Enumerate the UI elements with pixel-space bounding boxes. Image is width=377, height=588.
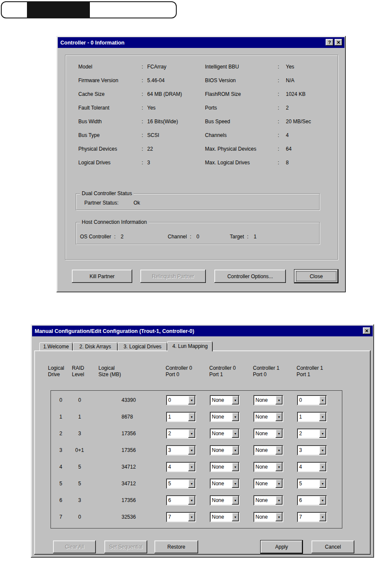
tab-4-lun-mapping[interactable]: 4. Lun Mapping [167,341,213,351]
dropdown-button[interactable]: ▼ [232,396,239,404]
lun-select[interactable]: 0▼ [297,395,327,405]
dropdown-button[interactable]: ▼ [232,463,239,471]
dropdown-button[interactable]: ▼ [232,429,239,438]
dropdown-button[interactable]: ▼ [276,396,282,404]
dropdown-button[interactable]: ▼ [319,429,326,438]
dropdown-button[interactable]: ▼ [276,513,282,521]
chevron-down-icon: ▼ [321,499,324,502]
dropdown-button[interactable]: ▼ [232,496,239,505]
lun-select[interactable]: None▼ [210,495,240,505]
lun-select[interactable]: None▼ [210,395,240,405]
lun-select[interactable]: 2▼ [166,428,196,439]
lun-select[interactable]: None▼ [210,445,240,455]
lun-select[interactable]: None▼ [210,512,240,522]
tab-3-logical-drives[interactable]: 3. Logical Drives [118,342,167,350]
dropdown-button[interactable]: ▼ [276,496,282,505]
cancel-button[interactable]: Cancel [312,540,354,553]
dropdown-button[interactable]: ▼ [319,463,326,471]
dropdown-button[interactable]: ▼ [188,496,195,505]
dropdown-button[interactable]: ▼ [276,463,282,471]
dropdown-button[interactable]: ▼ [232,446,239,454]
lun-select[interactable]: None▼ [253,462,283,472]
lun-select[interactable]: None▼ [210,412,240,422]
chevron-down-icon: ▼ [234,416,237,419]
lun-select[interactable]: None▼ [210,428,240,439]
field-value: Yes [147,105,156,111]
info-field-row: Fault Tolerant:Yes [78,101,182,115]
dropdown-button[interactable]: ▼ [276,413,282,421]
lun-select-value: 3 [299,447,302,453]
dropdown-button[interactable]: ▼ [232,413,239,421]
restore-button[interactable]: Restore [154,540,198,553]
dropdown-button[interactable]: ▼ [232,513,239,521]
lun-select[interactable]: 3▼ [166,445,196,455]
dropdown-button[interactable]: ▼ [232,479,239,488]
lun-select[interactable]: None▼ [253,445,283,455]
manual-configuration-titlebar[interactable]: Manual Configuration/Edit Configuration … [32,326,373,336]
dropdown-button[interactable]: ▼ [188,463,195,471]
dropdown-button[interactable]: ▼ [319,496,326,505]
field-colon: : [142,119,145,125]
dropdown-button[interactable]: ▼ [319,446,326,454]
host-channel: Channel:0 [168,234,199,240]
dropdown-button[interactable]: ▼ [319,396,326,404]
dropdown-button[interactable]: ▼ [188,479,195,488]
dropdown-button[interactable]: ▼ [188,396,195,404]
tab-2-disk-arrays[interactable]: 2. Disk Arrays [73,342,118,350]
raid-level-value: 5 [71,464,88,470]
lun-select[interactable]: 7▼ [297,512,327,522]
lun-select[interactable]: 5▼ [297,478,327,489]
dropdown-button[interactable]: ▼ [188,513,195,521]
lun-select[interactable]: 6▼ [297,495,327,505]
table-row: 45347124▼None▼None▼4▼ [51,459,342,475]
page: Controller - 0 Information ? ✕ Model:FCA… [0,0,377,588]
dropdown-button[interactable]: ▼ [276,446,282,454]
lun-select-value: 2 [168,431,171,437]
help-icon[interactable]: ? [326,39,333,46]
lun-select[interactable]: None▼ [253,478,283,489]
field-colon: : [142,77,145,83]
lun-select[interactable]: 0▼ [166,395,196,405]
dropdown-button[interactable]: ▼ [276,479,282,488]
dropdown-button[interactable]: ▼ [276,429,282,438]
chevron-down-icon: ▼ [321,516,324,519]
lun-select[interactable]: 3▼ [297,445,327,455]
apply-button[interactable]: Apply [261,540,303,553]
lun-select[interactable]: None▼ [253,512,283,522]
dropdown-button[interactable]: ▼ [188,413,195,421]
dropdown-button[interactable]: ▼ [188,446,195,454]
chevron-down-icon: ▼ [190,416,193,419]
lun-select[interactable]: 7▼ [166,512,196,522]
lun-select[interactable]: 4▼ [297,462,327,472]
dropdown-button[interactable]: ▼ [319,513,326,521]
table-row: 1186781▼None▼None▼1▼ [51,409,342,425]
lun-select[interactable]: None▼ [253,428,283,439]
lun-select[interactable]: 1▼ [166,412,196,422]
field-colon: : [142,64,145,70]
kill-partner-button[interactable]: Kill Partner [72,270,132,283]
tab-1-welcome[interactable]: 1.Welcome [39,342,73,350]
lun-select[interactable]: None▼ [253,495,283,505]
column-header-controller-1-port-1: Controller 1 Port 1 [297,365,323,378]
dropdown-button[interactable]: ▼ [319,479,326,488]
controller-options-button[interactable]: Controller Options... [214,270,286,283]
controller-info-titlebar[interactable]: Controller - 0 Information ? ✕ [58,37,344,48]
lun-select[interactable]: 1▼ [297,412,327,422]
lun-select[interactable]: None▼ [210,478,240,489]
set-sequential-button: Set Sequential [104,540,147,553]
close-icon[interactable]: ✕ [335,39,342,46]
lun-select[interactable]: None▼ [253,395,283,405]
dropdown-button[interactable]: ▼ [188,429,195,438]
close-icon[interactable]: ✕ [363,327,371,334]
lun-select-value: None [212,447,224,453]
dropdown-button[interactable]: ▼ [319,413,326,421]
lun-select[interactable]: 6▼ [166,495,196,505]
field-label: Max. Physical Devices [205,146,278,152]
lun-select[interactable]: None▼ [210,462,240,472]
lun-select[interactable]: None▼ [253,412,283,422]
lun-select-value: 1 [168,414,171,420]
lun-select[interactable]: 4▼ [166,462,196,472]
lun-select[interactable]: 5▼ [166,478,196,489]
lun-select[interactable]: 2▼ [297,428,327,439]
close-button[interactable]: Close [294,270,338,283]
